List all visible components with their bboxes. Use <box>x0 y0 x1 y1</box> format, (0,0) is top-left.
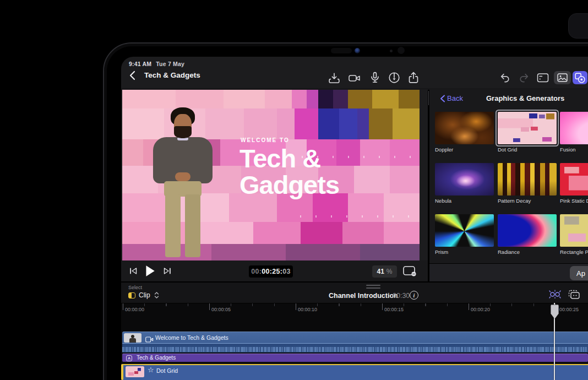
skip-to-end-icon[interactable] <box>163 267 172 275</box>
ruler-tick-label: 00:00:10 <box>298 307 317 312</box>
chevron-up-down-icon[interactable] <box>154 291 159 301</box>
generator-label: Radiance <box>498 249 520 255</box>
titlebar-divider <box>121 89 588 89</box>
ruler-tick-label: 00:00:00 <box>125 307 144 312</box>
back-chevron-icon[interactable] <box>129 70 137 80</box>
zoom-level-control[interactable]: 41% <box>372 265 397 278</box>
pencil-tool-icon[interactable] <box>388 72 400 84</box>
generators-star-icon <box>575 73 585 83</box>
clip-mode-selector[interactable]: Clip <box>139 291 150 299</box>
status-date: Tue 7 May <box>156 61 184 67</box>
apply-button[interactable]: Ap <box>570 266 588 280</box>
preview-art <box>122 90 420 108</box>
timeline-duration: 00:30 <box>393 292 410 300</box>
panel-back-link[interactable]: Back <box>447 94 463 102</box>
viewer-overlay-icon[interactable] <box>402 265 417 277</box>
clip-label: Welcome to Tech & Gadgets <box>155 334 228 341</box>
preview-kicker-text: WELCOME TO <box>241 137 290 143</box>
project-title: Tech & Gadgets <box>144 71 200 79</box>
camera-icon[interactable] <box>348 73 361 84</box>
generator-thumb-fusion[interactable] <box>560 112 588 144</box>
ruler-tick-label: 00:00:15 <box>384 307 404 312</box>
generator-label: Pattern Decay <box>498 198 531 204</box>
undo-icon[interactable] <box>499 72 511 84</box>
generator-label: Prism <box>435 249 448 255</box>
generator-label: Doppler <box>435 146 453 153</box>
panel-title: Graphics & Generators <box>486 94 564 102</box>
app-screen: 9:41 AMTue 7 May Tech & Gadgets <box>121 57 588 380</box>
media-browser-button[interactable] <box>554 71 571 84</box>
generator-thumb-pattern-decay[interactable] <box>498 163 557 196</box>
select-mode-label: Select <box>128 285 142 290</box>
microphone-icon[interactable] <box>369 72 381 84</box>
timecode-display[interactable]: 00:00:25:03 <box>249 265 293 278</box>
inspector-icon[interactable] <box>537 73 549 83</box>
play-button[interactable] <box>144 264 156 278</box>
picture-in-picture-icon[interactable] <box>568 290 580 302</box>
generator-star-icon: ☆ <box>148 366 154 374</box>
clip-generator-dot-grid-selected[interactable]: ☆ Dot Grid <box>122 364 588 380</box>
title-badge-icon: A <box>126 355 132 361</box>
generator-thumb-pink-static[interactable] <box>560 163 588 196</box>
apple-pencil-corner <box>568 13 588 39</box>
clip-trim-handle-left[interactable] <box>121 364 123 380</box>
timeline-project-title: Channel Introduction <box>329 292 398 300</box>
clip-video-welcome[interactable]: Welcome to Tech & Gadgets <box>122 332 588 343</box>
preview-title-line1: Tech & <box>239 146 320 171</box>
screenshot-canvas: 9:41 AMTue 7 May Tech & Gadgets <box>0 0 588 380</box>
front-camera-lens <box>355 48 360 53</box>
photos-icon <box>557 73 568 82</box>
bezel-sensor-ring <box>398 47 405 54</box>
status-time: 9:41 AM <box>129 61 151 67</box>
generator-label: Dot Grid <box>498 146 517 153</box>
generator-thumb-rectangle-pix[interactable] <box>560 214 588 247</box>
share-icon[interactable] <box>407 72 420 84</box>
timeline-ruler[interactable]: 00:00:00 00:00:05 00:00:10 00:00:15 00:0… <box>121 303 588 332</box>
connect-clips-icon[interactable] <box>548 290 562 301</box>
generator-thumb-radiance[interactable] <box>498 214 557 247</box>
graphics-generators-panel: Back Graphics & Generators Doppler Dot G… <box>429 90 588 263</box>
clip-label: Tech & Gadgets <box>137 355 176 361</box>
ruler-tick-label: 00:00:25 <box>559 307 579 312</box>
clip-video-thumbnail <box>124 333 141 343</box>
timeline-drag-handle[interactable] <box>366 285 380 286</box>
generator-thumb-dot-grid[interactable] <box>498 112 557 144</box>
generator-label: Fusion <box>560 146 576 153</box>
generator-label: Pink Static De <box>560 198 588 204</box>
skip-to-start-icon[interactable] <box>129 267 138 275</box>
panel-footer: Ap <box>429 263 588 282</box>
status-bar: 9:41 AMTue 7 May <box>129 61 184 67</box>
clip-label: Dot Grid <box>156 367 178 374</box>
generator-thumb-nebula[interactable] <box>435 163 494 196</box>
front-camera-pill <box>331 48 352 53</box>
ruler-tick-label: 00:00:20 <box>471 307 490 312</box>
clip-title-tech-gadgets[interactable]: A Tech & Gadgets <box>122 354 588 362</box>
timeline-toolbar: Select Clip Channel Introduction 00:30 i <box>121 281 588 303</box>
info-icon[interactable]: i <box>410 291 418 300</box>
import-icon[interactable] <box>328 72 340 84</box>
generator-label: Rectangle Pix <box>560 249 588 255</box>
preview-title-line2: Gadgets <box>239 172 339 198</box>
generator-label: Nebula <box>435 198 451 204</box>
ruler-tick-label: 00:00:05 <box>211 307 231 312</box>
graphics-generators-button[interactable] <box>573 71 587 84</box>
generator-thumb-prism[interactable] <box>435 214 494 247</box>
generator-thumb-doppler[interactable] <box>435 112 494 144</box>
redo-icon[interactable] <box>518 72 530 84</box>
audio-waveform <box>122 347 588 352</box>
clip-mode-icon <box>128 292 135 298</box>
generator-clip-thumbnail <box>126 366 144 377</box>
bezel-sensor-dot <box>390 50 393 52</box>
transport-bar: 00:00:25:03 41% <box>121 260 428 281</box>
video-viewer[interactable]: WELCOME TO Tech & Gadgets <box>122 90 420 260</box>
clip-audio-waveform[interactable] <box>122 343 588 352</box>
panel-back-chevron-icon[interactable] <box>440 95 445 105</box>
